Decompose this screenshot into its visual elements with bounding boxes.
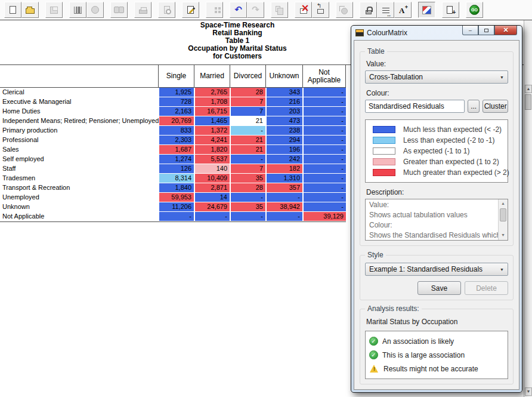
data-cell[interactable]: 1,274 [159, 155, 194, 164]
style-dropdown[interactable]: Example 1: Standardised Residuals [365, 263, 508, 276]
cluster-button[interactable]: Cluster [482, 100, 508, 113]
data-cell[interactable]: 357 [265, 183, 302, 193]
data-cell[interactable]: 216 [265, 97, 302, 107]
desc-scroll-up-icon[interactable]: ▲ [499, 200, 507, 208]
data-cell[interactable]: - [159, 212, 194, 221]
data-cell[interactable]: 5,537 [194, 155, 230, 164]
row-label[interactable]: Independent Means; Retired; Pensioner; U… [0, 116, 159, 126]
data-cell[interactable]: - [230, 212, 265, 221]
row-label[interactable]: Unemployed [0, 193, 159, 202]
row-label[interactable]: Professional [0, 136, 159, 145]
colourmatrix-button[interactable] [418, 2, 435, 18]
data-cell[interactable]: 238 [265, 126, 302, 136]
desc-scroll-down-icon[interactable]: ▼ [499, 232, 507, 239]
chart-button[interactable] [69, 2, 86, 18]
desc-scrollbar-thumb[interactable] [500, 208, 506, 221]
data-cell[interactable]: 2,871 [194, 183, 230, 193]
data-cell[interactable]: - [302, 145, 346, 155]
main-vertical-scrollbar[interactable]: ▲ ▼ [524, 20, 532, 397]
data-cell[interactable]: 2,163 [159, 107, 194, 116]
data-cell[interactable]: 8,314 [159, 174, 194, 183]
data-cell[interactable]: 242 [265, 155, 302, 164]
lock-button[interactable] [360, 2, 377, 18]
scroll-down-arrow-icon[interactable]: ▼ [525, 387, 532, 396]
data-cell[interactable]: 38,942 [265, 202, 302, 212]
data-cell[interactable]: - [302, 202, 346, 212]
colour-input[interactable] [365, 100, 465, 113]
data-cell[interactable]: 59,953 [159, 193, 194, 202]
data-cell[interactable]: 126 [159, 164, 194, 174]
data-cell[interactable]: 196 [265, 145, 302, 155]
data-cell[interactable]: 1,708 [194, 97, 230, 107]
row-label[interactable]: Staff [0, 164, 159, 174]
data-cell[interactable]: 1,840 [159, 183, 194, 193]
data-cell[interactable]: 4,241 [194, 136, 230, 145]
row-label[interactable]: Clerical [0, 88, 159, 97]
data-cell[interactable]: 28 [230, 183, 265, 193]
data-cell[interactable]: 140 [194, 164, 230, 174]
data-cell[interactable]: 28 [230, 88, 265, 97]
data-cell[interactable]: - [230, 126, 265, 136]
data-cell[interactable]: - [230, 155, 265, 164]
doc-plus-button[interactable] [442, 2, 459, 18]
data-cell[interactable]: 35 [230, 174, 265, 183]
data-cell[interactable]: 1,925 [159, 88, 194, 97]
data-cell[interactable]: 833 [159, 126, 194, 136]
row-label[interactable]: Tradesmen [0, 174, 159, 183]
data-cell[interactable]: - [230, 193, 265, 202]
data-cell[interactable]: 1,372 [194, 126, 230, 136]
row-label[interactable]: Unknown [0, 202, 159, 212]
data-cell[interactable]: - [302, 88, 346, 97]
data-cell[interactable]: - [302, 107, 346, 116]
row-label[interactable]: Transport & Recreation [0, 183, 159, 193]
delete-table-button[interactable] [295, 2, 312, 18]
row-label[interactable]: Sales [0, 145, 159, 155]
data-cell[interactable]: 7 [230, 107, 265, 116]
row-label[interactable]: Self employed [0, 155, 159, 164]
data-cell[interactable]: 24,679 [194, 202, 230, 212]
scroll-up-arrow-icon[interactable]: ▲ [525, 85, 532, 93]
data-cell[interactable]: 473 [265, 116, 302, 126]
data-cell[interactable]: 1,687 [159, 145, 194, 155]
data-cell[interactable]: 1,310 [265, 174, 302, 183]
minimize-button[interactable]: – [462, 26, 478, 35]
open-button[interactable] [21, 2, 39, 18]
data-cell[interactable]: - [302, 116, 346, 126]
data-cell[interactable]: 7 [230, 164, 265, 174]
data-cell[interactable]: 1,465 [194, 116, 230, 126]
row-label[interactable]: Primary production [0, 126, 159, 136]
data-cell[interactable]: 7 [230, 97, 265, 107]
data-cell[interactable]: 11,206 [159, 202, 194, 212]
data-cell[interactable]: - [302, 155, 346, 164]
data-cell[interactable]: 20,769 [159, 116, 194, 126]
undo-button[interactable] [230, 2, 247, 18]
data-cell[interactable]: 21 [230, 136, 265, 145]
data-cell[interactable]: 21 [230, 145, 265, 155]
edit-button[interactable] [182, 2, 199, 18]
column-header[interactable]: Not Applicable [302, 65, 346, 87]
data-cell[interactable]: 39,129 [302, 212, 346, 221]
transpose-button[interactable] [312, 2, 329, 18]
new-button[interactable] [4, 2, 21, 18]
data-cell[interactable]: - [302, 126, 346, 136]
data-cell[interactable]: - [265, 193, 302, 202]
data-cell[interactable]: 294 [265, 136, 302, 145]
browse-button[interactable]: ... [468, 100, 480, 113]
go-button[interactable] [466, 2, 483, 18]
data-cell[interactable]: - [302, 136, 346, 145]
save-button[interactable]: Save [417, 281, 461, 295]
description-scrollbar[interactable]: ▲ ▼ [498, 199, 508, 240]
column-header[interactable]: Divorced [230, 65, 265, 87]
data-cell[interactable]: 343 [265, 88, 302, 97]
data-cell[interactable]: 35 [230, 202, 265, 212]
font-size-button[interactable] [394, 2, 412, 18]
indent-button[interactable] [377, 2, 394, 18]
data-cell[interactable]: 16,715 [194, 107, 230, 116]
data-cell[interactable]: 1,820 [194, 145, 230, 155]
row-label[interactable]: Executive & Managerial [0, 97, 159, 107]
data-cell[interactable]: 14 [194, 193, 230, 202]
data-cell[interactable]: 182 [265, 164, 302, 174]
column-header[interactable]: Unknown [265, 65, 302, 87]
data-cell[interactable]: - [302, 97, 346, 107]
data-cell[interactable]: - [302, 164, 346, 174]
